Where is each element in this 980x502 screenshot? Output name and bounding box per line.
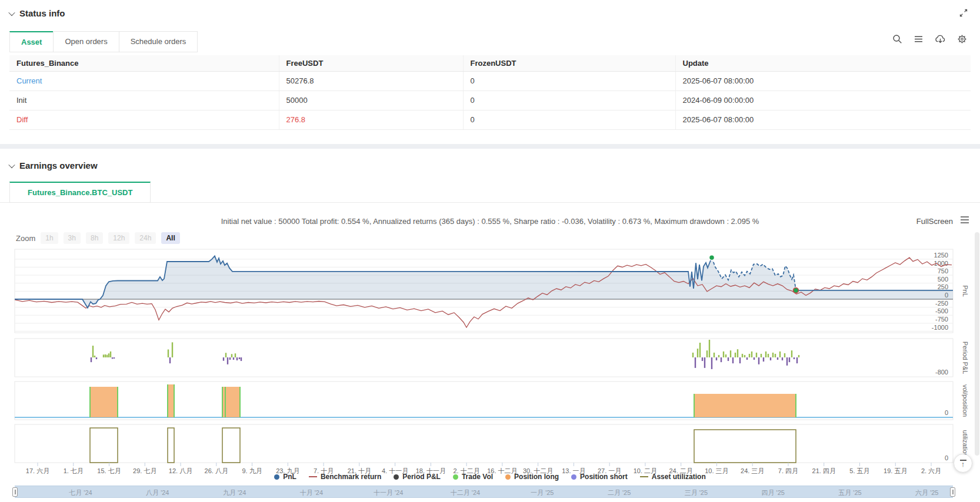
gear-icon[interactable] <box>957 34 967 44</box>
zoom-button-3h[interactable]: 3h <box>64 232 81 244</box>
column-header-futures-binance: Futures_Binance <box>9 55 279 71</box>
legend-symbol <box>640 476 648 477</box>
zoom-button-12h[interactable]: 12h <box>108 232 129 244</box>
legend-symbol <box>394 474 399 480</box>
navigator-month-label: 十一月 '24 <box>374 488 403 497</box>
svg-text:utilization: utilization <box>962 430 969 457</box>
status-tabs: AssetOpen ordersSchedule orders <box>9 31 197 52</box>
svg-text:-1000: -1000 <box>932 324 948 331</box>
table-row-diff: Diff276.802025-06-07 08:00:00 <box>9 110 971 129</box>
earnings-title: Earnings overview <box>19 160 98 170</box>
status-info-header: Status info <box>9 8 65 18</box>
column-header-frozenusdt: FrozenUSDT <box>463 55 675 71</box>
cell-value: 0 <box>463 110 675 129</box>
cell-value: 0 <box>463 71 675 91</box>
zoom-controls: Zoom 1h3h8h12h24hAll <box>16 232 180 244</box>
svg-text:Period P&L: Period P&L <box>962 342 969 374</box>
page-scrollbar[interactable] <box>975 232 979 456</box>
navigator-month-label: 五月 '25 <box>838 488 861 497</box>
svg-text:-800: -800 <box>935 369 948 376</box>
status-info-card: Status info AssetOpen ordersSchedule ord… <box>0 0 980 144</box>
chart-legend: PnLBenchmark returnPeriod P&LTrade VolPo… <box>0 473 980 481</box>
legend-symbol <box>571 474 576 480</box>
svg-text:PnL: PnL <box>962 285 969 297</box>
fullscreen-button[interactable]: FullScreen <box>916 217 953 226</box>
tab-schedule-orders[interactable]: Schedule orders <box>119 31 198 52</box>
cell-value: 276.8 <box>279 110 463 129</box>
back-to-top-button[interactable]: ↑ <box>954 454 972 473</box>
legend-label: Position short <box>580 473 628 481</box>
legend-symbol <box>505 474 511 480</box>
svg-text:1250: 1250 <box>934 252 948 259</box>
legend-label: Period P&L <box>402 473 441 481</box>
navigator-month-label: 十月 '24 <box>300 488 323 497</box>
cell-value: 2025-06-07 08:00:00 <box>675 110 971 129</box>
legend-label: Trade Vol <box>462 473 493 481</box>
row-label: Init <box>9 91 279 110</box>
zoom-button-1h[interactable]: 1h <box>41 232 58 244</box>
navigator-month-label: 九月 '24 <box>223 488 246 497</box>
navigator-right-handle[interactable] <box>950 487 955 497</box>
collapse-chevron-icon[interactable] <box>8 9 15 15</box>
expand-icon[interactable] <box>959 8 968 20</box>
table-row-init: Init5000002024-06-09 00:00:00 <box>9 91 971 110</box>
legend-item-trade-vol[interactable]: Trade Vol <box>453 473 493 481</box>
cell-value: 2024-06-09 00:00:00 <box>675 91 971 110</box>
column-header-update: Update <box>675 55 971 71</box>
navigator-month-label: 二月 '25 <box>608 488 631 497</box>
cell-value: 50276.8 <box>279 71 463 91</box>
legend-symbol <box>309 476 317 477</box>
zoom-button-all[interactable]: All <box>161 232 179 244</box>
asset-table: Futures_BinanceFreeUSDTFrozenUSDTUpdate … <box>9 55 971 130</box>
collapse-chevron-icon[interactable] <box>8 161 15 168</box>
earnings-chart-canvas[interactable]: 125010007505002500-250-500-750-1000-8000… <box>0 247 980 474</box>
legend-item-asset-utilization[interactable]: Asset utilization <box>640 473 706 481</box>
summary-stats: Initial net value : 50000 Total profit: … <box>0 217 980 226</box>
search-icon[interactable] <box>892 34 902 44</box>
navigator-month-label: 八月 '24 <box>146 488 169 497</box>
legend-item-period-p-l[interactable]: Period P&L <box>394 473 441 481</box>
row-label[interactable]: Current <box>9 71 279 91</box>
earnings-tab-bar: Futures_Binance.BTC_USDT <box>0 182 980 203</box>
svg-text:-750: -750 <box>935 316 948 323</box>
navigator-month-label: 三月 '25 <box>685 488 708 497</box>
asset-table-header-row: Futures_BinanceFreeUSDTFrozenUSDTUpdate <box>9 55 971 71</box>
zoom-button-24h[interactable]: 24h <box>135 232 156 244</box>
svg-text:0: 0 <box>945 409 948 416</box>
navigator-month-label: 十二月 '24 <box>451 488 480 497</box>
legend-symbol <box>453 474 458 480</box>
legend-item-position-short[interactable]: Position short <box>571 473 628 481</box>
earnings-overview-card: Earnings overview Futures_Binance.BTC_US… <box>0 149 980 502</box>
tab-futures-binance-btc-usdt[interactable]: Futures_Binance.BTC_USDT <box>9 182 151 203</box>
up-arrow-icon: ↑ <box>961 461 965 467</box>
svg-text:vol/position: vol/position <box>962 384 969 417</box>
chart-navigator[interactable]: 七月 '24八月 '24九月 '24十月 '24十一月 '24十二月 '24一月… <box>15 486 953 498</box>
earnings-header: Earnings overview <box>9 160 98 170</box>
legend-item-position-long[interactable]: Position long <box>505 473 559 481</box>
legend-item-pnl[interactable]: PnL <box>274 473 296 481</box>
legend-item-benchmark-return[interactable]: Benchmark return <box>309 473 381 481</box>
navigator-month-label: 四月 '25 <box>761 488 784 497</box>
table-row-current: Current50276.802025-06-07 08:00:00 <box>9 71 971 91</box>
cloud-download-icon[interactable] <box>935 34 946 44</box>
cell-value: 50000 <box>279 91 463 110</box>
navigator-month-label: 六月 '25 <box>915 488 938 497</box>
navigator-left-handle[interactable] <box>12 487 18 497</box>
status-info-title: Status info <box>19 8 65 18</box>
chart-context-menu-icon[interactable] <box>960 216 969 226</box>
zoom-label: Zoom <box>16 234 35 243</box>
svg-text:0: 0 <box>945 454 948 461</box>
navigator-month-label: 七月 '24 <box>69 488 92 497</box>
cell-value: 2025-06-07 08:00:00 <box>675 71 971 91</box>
legend-label: Benchmark return <box>321 473 381 481</box>
menu-icon[interactable] <box>914 34 924 44</box>
svg-text:750: 750 <box>938 267 948 275</box>
column-header-freeusdt: FreeUSDT <box>279 55 463 71</box>
tab-open-orders[interactable]: Open orders <box>53 31 119 52</box>
legend-label: Asset utilization <box>652 473 706 481</box>
svg-text:-250: -250 <box>935 300 948 307</box>
tab-asset[interactable]: Asset <box>9 31 54 52</box>
zoom-button-8h[interactable]: 8h <box>86 232 103 244</box>
legend-symbol <box>274 474 279 480</box>
row-label: Diff <box>9 110 279 129</box>
